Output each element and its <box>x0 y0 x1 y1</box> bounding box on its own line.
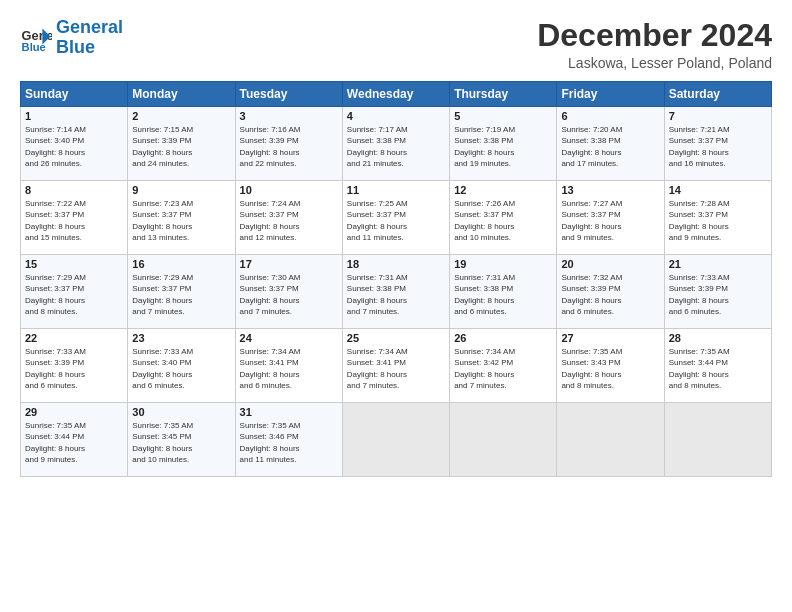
day-info: Sunrise: 7:16 AM Sunset: 3:39 PM Dayligh… <box>240 124 338 169</box>
day-info: Sunrise: 7:34 AM Sunset: 3:42 PM Dayligh… <box>454 346 552 391</box>
day-info: Sunrise: 7:30 AM Sunset: 3:37 PM Dayligh… <box>240 272 338 317</box>
calendar-cell <box>342 403 449 477</box>
day-number: 6 <box>561 110 659 122</box>
day-number: 4 <box>347 110 445 122</box>
day-info: Sunrise: 7:31 AM Sunset: 3:38 PM Dayligh… <box>454 272 552 317</box>
day-info: Sunrise: 7:34 AM Sunset: 3:41 PM Dayligh… <box>347 346 445 391</box>
calendar-cell <box>557 403 664 477</box>
day-number: 10 <box>240 184 338 196</box>
day-number: 20 <box>561 258 659 270</box>
day-info: Sunrise: 7:26 AM Sunset: 3:37 PM Dayligh… <box>454 198 552 243</box>
calendar-cell: 27Sunrise: 7:35 AM Sunset: 3:43 PM Dayli… <box>557 329 664 403</box>
day-info: Sunrise: 7:34 AM Sunset: 3:41 PM Dayligh… <box>240 346 338 391</box>
day-info: Sunrise: 7:15 AM Sunset: 3:39 PM Dayligh… <box>132 124 230 169</box>
col-header-tuesday: Tuesday <box>235 82 342 107</box>
calendar-cell: 5Sunrise: 7:19 AM Sunset: 3:38 PM Daylig… <box>450 107 557 181</box>
day-info: Sunrise: 7:35 AM Sunset: 3:45 PM Dayligh… <box>132 420 230 465</box>
calendar-cell: 18Sunrise: 7:31 AM Sunset: 3:38 PM Dayli… <box>342 255 449 329</box>
calendar-cell: 2Sunrise: 7:15 AM Sunset: 3:39 PM Daylig… <box>128 107 235 181</box>
calendar-cell <box>664 403 771 477</box>
day-info: Sunrise: 7:23 AM Sunset: 3:37 PM Dayligh… <box>132 198 230 243</box>
day-number: 18 <box>347 258 445 270</box>
day-info: Sunrise: 7:17 AM Sunset: 3:38 PM Dayligh… <box>347 124 445 169</box>
day-info: Sunrise: 7:27 AM Sunset: 3:37 PM Dayligh… <box>561 198 659 243</box>
calendar-cell: 31Sunrise: 7:35 AM Sunset: 3:46 PM Dayli… <box>235 403 342 477</box>
calendar-cell: 21Sunrise: 7:33 AM Sunset: 3:39 PM Dayli… <box>664 255 771 329</box>
day-info: Sunrise: 7:22 AM Sunset: 3:37 PM Dayligh… <box>25 198 123 243</box>
day-number: 21 <box>669 258 767 270</box>
day-number: 3 <box>240 110 338 122</box>
day-number: 11 <box>347 184 445 196</box>
col-header-saturday: Saturday <box>664 82 771 107</box>
day-info: Sunrise: 7:32 AM Sunset: 3:39 PM Dayligh… <box>561 272 659 317</box>
logo-general: General <box>56 17 123 37</box>
day-info: Sunrise: 7:25 AM Sunset: 3:37 PM Dayligh… <box>347 198 445 243</box>
calendar-cell: 14Sunrise: 7:28 AM Sunset: 3:37 PM Dayli… <box>664 181 771 255</box>
day-info: Sunrise: 7:35 AM Sunset: 3:44 PM Dayligh… <box>669 346 767 391</box>
day-info: Sunrise: 7:20 AM Sunset: 3:38 PM Dayligh… <box>561 124 659 169</box>
logo-text: General Blue <box>56 18 123 58</box>
logo-blue: Blue <box>56 37 95 57</box>
day-info: Sunrise: 7:35 AM Sunset: 3:43 PM Dayligh… <box>561 346 659 391</box>
day-info: Sunrise: 7:33 AM Sunset: 3:39 PM Dayligh… <box>669 272 767 317</box>
day-number: 2 <box>132 110 230 122</box>
logo-icon: General Blue <box>20 22 52 54</box>
day-number: 15 <box>25 258 123 270</box>
day-number: 1 <box>25 110 123 122</box>
col-header-sunday: Sunday <box>21 82 128 107</box>
day-number: 19 <box>454 258 552 270</box>
calendar-cell: 15Sunrise: 7:29 AM Sunset: 3:37 PM Dayli… <box>21 255 128 329</box>
day-number: 28 <box>669 332 767 344</box>
day-number: 26 <box>454 332 552 344</box>
day-info: Sunrise: 7:33 AM Sunset: 3:40 PM Dayligh… <box>132 346 230 391</box>
day-number: 29 <box>25 406 123 418</box>
calendar-cell: 7Sunrise: 7:21 AM Sunset: 3:37 PM Daylig… <box>664 107 771 181</box>
calendar-cell: 29Sunrise: 7:35 AM Sunset: 3:44 PM Dayli… <box>21 403 128 477</box>
col-header-friday: Friday <box>557 82 664 107</box>
day-number: 16 <box>132 258 230 270</box>
calendar-cell: 25Sunrise: 7:34 AM Sunset: 3:41 PM Dayli… <box>342 329 449 403</box>
calendar-cell: 13Sunrise: 7:27 AM Sunset: 3:37 PM Dayli… <box>557 181 664 255</box>
calendar-cell: 24Sunrise: 7:34 AM Sunset: 3:41 PM Dayli… <box>235 329 342 403</box>
day-number: 14 <box>669 184 767 196</box>
calendar-cell: 6Sunrise: 7:20 AM Sunset: 3:38 PM Daylig… <box>557 107 664 181</box>
day-number: 22 <box>25 332 123 344</box>
day-number: 13 <box>561 184 659 196</box>
day-number: 30 <box>132 406 230 418</box>
day-number: 7 <box>669 110 767 122</box>
day-number: 9 <box>132 184 230 196</box>
day-number: 27 <box>561 332 659 344</box>
calendar-cell: 8Sunrise: 7:22 AM Sunset: 3:37 PM Daylig… <box>21 181 128 255</box>
calendar-cell: 20Sunrise: 7:32 AM Sunset: 3:39 PM Dayli… <box>557 255 664 329</box>
calendar-cell: 11Sunrise: 7:25 AM Sunset: 3:37 PM Dayli… <box>342 181 449 255</box>
calendar-cell: 22Sunrise: 7:33 AM Sunset: 3:39 PM Dayli… <box>21 329 128 403</box>
day-info: Sunrise: 7:35 AM Sunset: 3:44 PM Dayligh… <box>25 420 123 465</box>
day-number: 5 <box>454 110 552 122</box>
day-info: Sunrise: 7:31 AM Sunset: 3:38 PM Dayligh… <box>347 272 445 317</box>
day-info: Sunrise: 7:28 AM Sunset: 3:37 PM Dayligh… <box>669 198 767 243</box>
page-header: General Blue General Blue December 2024 … <box>20 18 772 71</box>
calendar-table: SundayMondayTuesdayWednesdayThursdayFrid… <box>20 81 772 477</box>
day-info: Sunrise: 7:35 AM Sunset: 3:46 PM Dayligh… <box>240 420 338 465</box>
day-info: Sunrise: 7:21 AM Sunset: 3:37 PM Dayligh… <box>669 124 767 169</box>
calendar-cell: 4Sunrise: 7:17 AM Sunset: 3:38 PM Daylig… <box>342 107 449 181</box>
month-title: December 2024 <box>537 18 772 53</box>
day-number: 12 <box>454 184 552 196</box>
day-number: 24 <box>240 332 338 344</box>
logo: General Blue General Blue <box>20 18 123 58</box>
calendar-cell: 1Sunrise: 7:14 AM Sunset: 3:40 PM Daylig… <box>21 107 128 181</box>
day-info: Sunrise: 7:29 AM Sunset: 3:37 PM Dayligh… <box>132 272 230 317</box>
calendar-cell: 23Sunrise: 7:33 AM Sunset: 3:40 PM Dayli… <box>128 329 235 403</box>
calendar-cell: 3Sunrise: 7:16 AM Sunset: 3:39 PM Daylig… <box>235 107 342 181</box>
day-number: 8 <box>25 184 123 196</box>
calendar-cell: 12Sunrise: 7:26 AM Sunset: 3:37 PM Dayli… <box>450 181 557 255</box>
day-number: 17 <box>240 258 338 270</box>
calendar-cell <box>450 403 557 477</box>
calendar-cell: 28Sunrise: 7:35 AM Sunset: 3:44 PM Dayli… <box>664 329 771 403</box>
day-info: Sunrise: 7:33 AM Sunset: 3:39 PM Dayligh… <box>25 346 123 391</box>
location: Laskowa, Lesser Poland, Poland <box>537 55 772 71</box>
col-header-thursday: Thursday <box>450 82 557 107</box>
day-info: Sunrise: 7:29 AM Sunset: 3:37 PM Dayligh… <box>25 272 123 317</box>
calendar-cell: 10Sunrise: 7:24 AM Sunset: 3:37 PM Dayli… <box>235 181 342 255</box>
col-header-monday: Monday <box>128 82 235 107</box>
